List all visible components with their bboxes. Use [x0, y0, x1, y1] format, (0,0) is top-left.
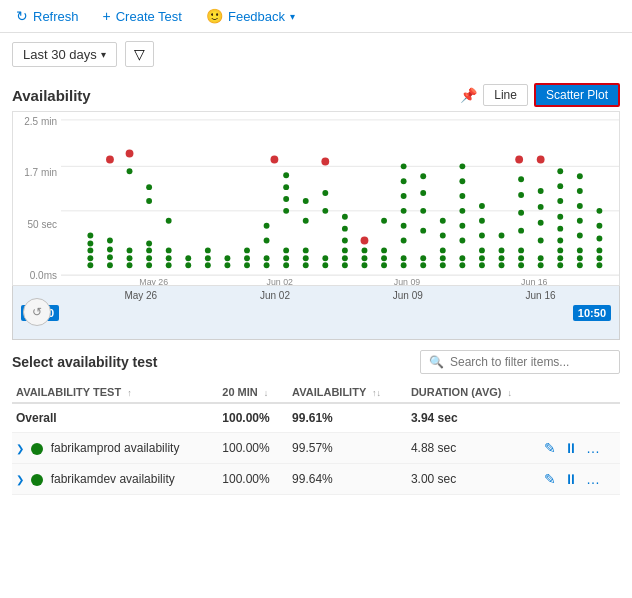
svg-point-93	[440, 262, 446, 268]
svg-point-118	[518, 262, 524, 268]
svg-point-13	[107, 262, 113, 268]
plus-icon: +	[103, 8, 111, 24]
smiley-icon: 🙂	[206, 8, 223, 24]
svg-point-57	[303, 247, 309, 253]
more-icon-1[interactable]: …	[586, 440, 600, 456]
svg-point-27	[146, 198, 152, 204]
expand-icon-2[interactable]: ❯	[16, 474, 24, 485]
svg-point-109	[479, 233, 485, 239]
svg-point-115	[499, 233, 505, 239]
svg-point-95	[440, 247, 446, 253]
refresh-button[interactable]: ↻ Refresh	[12, 6, 83, 26]
svg-point-63	[322, 190, 328, 196]
feedback-button[interactable]: 🙂 Feedback ▾	[202, 6, 299, 26]
table-row-fabrikamdev[interactable]: ❯ fabrikamdev availability 100.00% 99.64…	[12, 464, 620, 495]
svg-point-64	[321, 157, 329, 165]
svg-point-103	[459, 193, 465, 199]
table-row-fabrikamprod[interactable]: ❯ fabrikamprod availability 100.00% 99.5…	[12, 433, 620, 464]
scatter-chart: 2.5 min 1.7 min 50 sec 0.0ms May 26 Jun …	[12, 111, 620, 286]
svg-point-131	[557, 262, 563, 268]
y-label-bottom: 0.0ms	[13, 270, 57, 281]
pin-icon[interactable]: 📌	[460, 87, 477, 103]
scatter-plot-button[interactable]: Scatter Plot	[534, 83, 620, 107]
scatter-svg: May 26 Jun 02 Jun 09 Jun 16	[61, 112, 619, 285]
svg-point-54	[283, 172, 289, 178]
svg-point-108	[479, 247, 485, 253]
svg-point-89	[420, 228, 426, 234]
svg-point-86	[401, 163, 407, 169]
svg-point-50	[283, 247, 289, 253]
table-title: Select availability test	[12, 354, 158, 370]
svg-point-104	[459, 178, 465, 184]
test1-availability: 99.57%	[288, 433, 407, 464]
test1-20min: 100.00%	[218, 433, 288, 464]
sort-icon-20min[interactable]: ↓	[264, 388, 269, 398]
svg-point-77	[381, 247, 387, 253]
svg-point-44	[264, 255, 270, 261]
sort-icon-avail[interactable]: ↑↓	[372, 388, 381, 398]
timeline-reset-icon[interactable]: ↺	[23, 298, 51, 326]
col-test-name: AVAILABILITY TEST ↑	[12, 382, 218, 403]
test1-actions: ✎ ⏸ …	[540, 433, 620, 464]
create-test-button[interactable]: + Create Test	[99, 6, 186, 26]
pause-icon-2[interactable]: ⏸	[564, 471, 578, 487]
date-range-button[interactable]: Last 30 days ▾	[12, 42, 117, 67]
svg-point-53	[283, 184, 289, 190]
svg-point-35	[205, 262, 211, 268]
search-box[interactable]: 🔍	[420, 350, 620, 374]
status-dot-1	[31, 443, 43, 455]
timeline-scrubber[interactable]: ↺ May 26 Jun 02 Jun 09 Jun 16 10:50 10:5…	[12, 286, 620, 340]
funnel-icon: ▽	[134, 46, 145, 62]
more-icon-2[interactable]: …	[586, 471, 600, 487]
svg-point-80	[401, 255, 407, 261]
svg-point-111	[479, 203, 485, 209]
svg-point-127	[538, 238, 544, 244]
svg-point-150	[596, 247, 602, 253]
svg-point-61	[322, 255, 328, 261]
svg-point-39	[224, 255, 230, 261]
y-label-3: 50 sec	[13, 219, 57, 230]
svg-point-125	[538, 262, 544, 268]
svg-point-87	[420, 262, 426, 268]
test2-availability: 99.64%	[288, 464, 407, 495]
expand-icon-1[interactable]: ❯	[16, 443, 24, 454]
sort-icon-name[interactable]: ↑	[127, 388, 132, 398]
svg-point-130	[538, 188, 544, 194]
availability-section: Availability 📌 Line Scatter Plot 2.5 min…	[0, 75, 632, 340]
svg-point-24	[146, 255, 152, 261]
svg-point-37	[205, 247, 211, 253]
svg-point-101	[459, 223, 465, 229]
svg-text:Jun 02: Jun 02	[267, 277, 294, 285]
table-header: AVAILABILITY TEST ↑ 20 MIN ↓ AVAILABILIT…	[12, 382, 620, 403]
pause-icon-1[interactable]: ⏸	[564, 440, 578, 456]
svg-point-19	[127, 255, 133, 261]
timeline-label-1: May 26	[124, 290, 157, 301]
svg-point-65	[342, 262, 348, 268]
svg-point-85	[401, 178, 407, 184]
edit-icon-2[interactable]: ✎	[544, 471, 556, 487]
svg-point-12	[87, 233, 93, 239]
svg-point-78	[381, 218, 387, 224]
svg-point-11	[87, 241, 93, 247]
svg-point-8	[87, 262, 93, 268]
svg-point-32	[166, 218, 172, 224]
svg-point-47	[270, 155, 278, 163]
edit-icon-1[interactable]: ✎	[544, 440, 556, 456]
filter-icon-button[interactable]: ▽	[125, 41, 154, 67]
svg-point-90	[420, 208, 426, 214]
svg-point-133	[557, 247, 563, 253]
svg-point-18	[127, 262, 133, 268]
timeline-end-handle[interactable]: 10:50	[573, 305, 611, 321]
svg-point-114	[499, 247, 505, 253]
svg-point-140	[577, 262, 583, 268]
svg-point-51	[283, 208, 289, 214]
timeline-x-labels: May 26 Jun 02 Jun 09 Jun 16	[13, 286, 619, 301]
line-chart-button[interactable]: Line	[483, 84, 528, 106]
svg-point-84	[401, 193, 407, 199]
status-dot-2	[31, 474, 43, 486]
sort-icon-duration[interactable]: ↓	[508, 388, 513, 398]
svg-point-146	[577, 188, 583, 194]
svg-point-152	[596, 223, 602, 229]
search-input[interactable]	[450, 355, 611, 369]
svg-point-83	[401, 208, 407, 214]
